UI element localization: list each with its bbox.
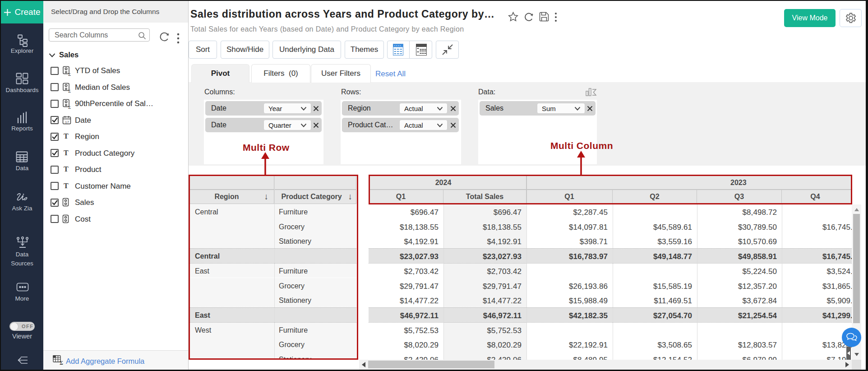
- svg-text:17: 17: [65, 120, 69, 124]
- svg-text:Σ: Σ: [68, 105, 71, 109]
- svg-text:T: T: [64, 182, 69, 190]
- svg-text:T: T: [64, 132, 69, 140]
- svg-text:Σ: Σ: [68, 72, 71, 76]
- svg-text:Σ: Σ: [60, 360, 63, 365]
- svg-text:Σ: Σ: [68, 88, 71, 93]
- svg-text:T: T: [64, 149, 69, 157]
- svg-text:T: T: [64, 165, 69, 173]
